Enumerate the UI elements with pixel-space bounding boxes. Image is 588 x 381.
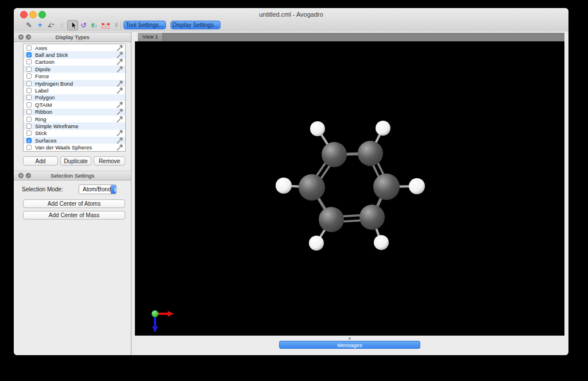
display-types-header: ✕ ↗ Display Types xyxy=(14,32,131,42)
wrench-icon[interactable] xyxy=(117,87,123,94)
app-window: untitled.cml - Avogadro ✎✦∠°☝↺E↓// Tool … xyxy=(14,8,568,355)
display-type-checkbox[interactable]: ✓ xyxy=(26,138,32,143)
display-type-row[interactable]: Hydrogen Bond xyxy=(24,80,125,87)
float-panel-icon[interactable]: ↗ xyxy=(26,34,31,40)
tool-auto-rotate-icon[interactable]: ↺ xyxy=(78,20,89,30)
selection-settings-header: ✕ ↗ Selection Settings xyxy=(14,171,131,180)
tool-bond-centric-icon[interactable]: ∠° xyxy=(45,20,56,30)
display-type-checkbox[interactable] xyxy=(26,67,32,72)
display-type-checkbox[interactable] xyxy=(26,109,32,114)
float-panel-icon[interactable]: ↗ xyxy=(26,173,31,178)
selection-mode-label: Selection Mode: xyxy=(22,185,63,194)
display-type-label: Simple Wireframe xyxy=(35,123,125,129)
selection-mode-dropdown[interactable]: Atom/Bond ▲▼ xyxy=(79,184,117,194)
display-type-checkbox[interactable]: ✓ xyxy=(26,52,32,57)
display-type-row[interactable]: Ring xyxy=(24,116,125,122)
wrench-icon[interactable] xyxy=(117,130,123,136)
wrench-icon[interactable] xyxy=(117,116,123,122)
display-type-checkbox[interactable] xyxy=(26,59,32,64)
display-type-label: Ring xyxy=(35,116,117,122)
molecule-canvas xyxy=(135,41,564,336)
display-type-checkbox[interactable] xyxy=(26,145,32,150)
close-panel-icon[interactable]: ✕ xyxy=(18,173,24,178)
display-type-row[interactable]: Van der Waals Spheres xyxy=(24,144,125,151)
wrench-icon[interactable] xyxy=(117,80,123,87)
selection-settings-title: Selection Settings xyxy=(14,171,131,180)
display-type-row[interactable]: Simple Wireframe xyxy=(24,122,125,129)
wrench-icon[interactable] xyxy=(117,144,123,151)
display-type-checkbox[interactable] xyxy=(26,95,32,100)
tool-measure-icon[interactable] xyxy=(100,20,111,30)
display-type-label: Polygon xyxy=(35,94,125,101)
molecule-viewport[interactable] xyxy=(135,41,564,336)
display-type-checkbox[interactable] xyxy=(26,74,32,79)
display-type-label: Dipole xyxy=(35,66,117,72)
tool-buttons: ✎✦∠°☝↺E↓// xyxy=(24,20,122,30)
display-type-label: Van der Waals Spheres xyxy=(35,144,117,151)
display-type-row[interactable]: Force xyxy=(24,73,125,80)
axes-indicator xyxy=(152,310,174,333)
display-type-row[interactable]: QTAIM xyxy=(24,101,125,108)
display-type-label: Surfaces xyxy=(35,137,117,144)
display-type-label: Ball and Stick xyxy=(35,52,117,58)
close-panel-icon[interactable]: ✕ xyxy=(18,34,24,40)
display-type-label: Ribbon xyxy=(35,109,117,115)
selection-mode-value: Atom/Bond xyxy=(79,186,111,193)
display-type-checkbox[interactable] xyxy=(26,88,32,93)
add-button[interactable]: Add xyxy=(23,156,58,166)
display-type-row[interactable]: Label xyxy=(24,87,125,94)
display-type-checkbox[interactable] xyxy=(26,124,32,129)
display-type-checkbox[interactable] xyxy=(26,117,32,122)
display-type-label: Stick xyxy=(35,130,117,136)
display-type-row[interactable]: Polygon xyxy=(24,94,125,101)
wrench-icon[interactable] xyxy=(117,59,123,65)
remove-button[interactable]: Remove xyxy=(94,156,125,166)
display-type-row[interactable]: Stick xyxy=(24,130,125,137)
display-type-row[interactable]: Cartoon xyxy=(24,59,125,66)
view-tab-bar: View 1 xyxy=(138,33,564,41)
display-types-title: Display Types xyxy=(14,33,131,41)
window-header: untitled.cml - Avogadro ✎✦∠°☝↺E↓// Tool … xyxy=(14,8,568,32)
display-type-label: Axes xyxy=(35,45,117,51)
main-area: View 1 Messages xyxy=(131,32,568,355)
tool-navigate-icon[interactable]: ✦ xyxy=(34,20,45,30)
wrench-icon[interactable] xyxy=(117,109,123,115)
dropdown-stepper-icon: ▲▼ xyxy=(111,185,117,194)
add-center-of-atoms-button[interactable]: Add Center of Atoms xyxy=(23,199,125,208)
wrench-icon[interactable] xyxy=(117,102,123,108)
messages-button[interactable]: Messages xyxy=(279,341,420,349)
display-type-row[interactable]: Ribbon xyxy=(24,109,125,116)
display-settings-button[interactable]: Display Settings... xyxy=(171,21,220,29)
display-type-label: Cartoon xyxy=(35,59,117,65)
wrench-icon[interactable] xyxy=(117,66,123,72)
display-type-row[interactable]: ✓Ball and Stick xyxy=(24,51,125,58)
display-type-checkbox[interactable] xyxy=(26,130,32,136)
display-type-label: Label xyxy=(35,87,117,94)
tool-settings-button[interactable]: Tool Settings... xyxy=(123,21,166,29)
tool-auto-optimize-icon[interactable]: E↓ xyxy=(89,20,100,30)
display-type-label: QTAIM xyxy=(35,102,117,108)
splitter-handle[interactable] xyxy=(349,337,351,340)
display-type-row[interactable]: Dipole xyxy=(24,66,125,72)
display-type-row[interactable]: ✓Surfaces xyxy=(24,137,125,144)
tool-selection-icon[interactable] xyxy=(67,20,78,30)
toolbar-separator xyxy=(121,21,121,29)
tab-view-1[interactable]: View 1 xyxy=(138,33,163,41)
display-type-checkbox[interactable] xyxy=(26,102,32,107)
left-dock: ✕ ↗ Display Types Axes✓Ball and StickCar… xyxy=(14,32,131,355)
add-center-of-mass-button[interactable]: Add Center of Mass xyxy=(23,211,125,220)
display-type-label: Force xyxy=(35,73,125,79)
tool-draw-icon[interactable]: ✎ xyxy=(24,20,34,30)
display-type-checkbox[interactable] xyxy=(26,81,32,86)
wrench-icon[interactable] xyxy=(117,45,123,51)
display-type-checkbox[interactable] xyxy=(26,45,32,51)
wrench-icon[interactable] xyxy=(117,137,123,144)
display-type-list: Axes✓Ball and StickCartoonDipoleForceHyd… xyxy=(23,44,126,152)
duplicate-button[interactable]: Duplicate xyxy=(60,156,91,166)
display-type-row[interactable]: Axes xyxy=(24,44,125,51)
window-title: untitled.cml - Avogadro xyxy=(14,11,568,18)
tool-manipulate-icon[interactable]: ☝ xyxy=(56,20,67,30)
display-type-label: Hydrogen Bond xyxy=(35,80,117,87)
wrench-icon[interactable] xyxy=(117,52,123,58)
